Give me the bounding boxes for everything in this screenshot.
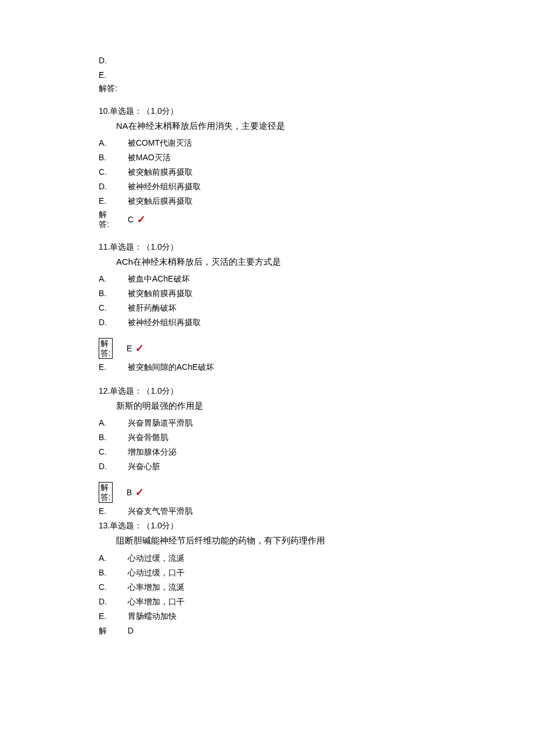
check-icon: ✓ <box>135 343 144 354</box>
option-letter: D. <box>99 181 128 193</box>
option-text: 胃肠蠕动加快 <box>128 610 534 622</box>
option-text: 被神经外组织再摄取 <box>128 316 534 329</box>
option-text: 被突触前膜再摄取 <box>128 166 534 178</box>
q11-option-b: B.被突触前膜再摄取 <box>99 287 534 300</box>
option-text: 被神经外组织再摄取 <box>128 181 534 193</box>
option-text: 心率增加，口干 <box>128 596 534 608</box>
option-text: 兴奋支气管平滑肌 <box>128 505 534 517</box>
option-text: 兴奋心脏 <box>128 460 534 473</box>
option-letter: E. <box>99 361 128 373</box>
answer-label: 解答: <box>99 210 128 229</box>
option-letter: A. <box>99 417 128 429</box>
check-icon: ✓ <box>137 214 146 225</box>
q10-option-d: D.被神经外组织再摄取 <box>99 181 534 193</box>
q13-option-a: A.心动过缓，流涎 <box>99 552 534 564</box>
q13-option-d: D.心率增加，口干 <box>99 596 534 608</box>
option-letter: A. <box>99 552 128 564</box>
partial-option-d: D. <box>99 55 534 67</box>
q11-header: 11.单选题：（1.0分） <box>99 241 534 253</box>
partial-option-e: E. <box>99 69 534 81</box>
q11-answer-row: 解答: E ✓ <box>99 338 534 359</box>
answer-label: 解答: <box>99 84 128 93</box>
q11-option-a: A.被血中AChE破坏 <box>99 273 534 285</box>
answer-value: C <box>128 214 134 226</box>
q12-header: 12.单选题：（1.0分） <box>99 385 534 397</box>
q12-option-c: C.增加腺体分泌 <box>99 446 534 458</box>
option-letter: B. <box>99 431 128 444</box>
answer-value: E <box>127 343 132 355</box>
option-letter: D. <box>99 316 128 329</box>
q13-option-c: C.心率增加，流涎 <box>99 581 534 593</box>
q12-stem: 新斯的明最强的作用是 <box>116 399 534 413</box>
q12-answer-row: 解答: B ✓ <box>99 482 534 503</box>
q11-option-d: D.被神经外组织再摄取 <box>99 316 534 329</box>
q10-answer-row: 解答: C ✓ <box>99 210 534 229</box>
option-text: 被血中AChE破坏 <box>128 273 534 285</box>
q13-stem: 阻断胆碱能神经节后纤维功能的药物，有下列药理作用 <box>116 534 534 548</box>
q11-option-c: C.被肝药酶破坏 <box>99 302 534 314</box>
option-letter: B. <box>99 567 128 579</box>
option-letter: D. <box>99 596 128 608</box>
option-letter: C. <box>99 446 128 458</box>
q10-option-c: C.被突触前膜再摄取 <box>99 166 534 178</box>
partial-answer-row: 解答: <box>99 84 534 93</box>
option-letter: C. <box>99 581 128 593</box>
answer-label: 解答: <box>99 482 113 503</box>
q13-answer-row: 解 D <box>99 625 534 637</box>
q12-option-a: A.兴奋胃肠道平滑肌 <box>99 417 534 429</box>
answer-label: 解答: <box>99 338 113 359</box>
q12-option-b: B.兴奋骨骼肌 <box>99 431 534 444</box>
option-letter: A. <box>99 273 128 285</box>
answer-value: D <box>128 625 534 637</box>
option-text: 被突触间隙的AChE破坏 <box>128 361 534 373</box>
option-letter: B. <box>99 287 128 300</box>
option-letter: E. <box>99 195 128 207</box>
option-letter: D. <box>99 55 128 67</box>
option-letter: A. <box>99 137 128 149</box>
q10-option-b: B.被MAO灭活 <box>99 152 534 164</box>
option-letter: D. <box>99 460 128 473</box>
q11-option-e: E.被突触间隙的AChE破坏 <box>99 361 534 373</box>
option-text: 被COMT代谢灭活 <box>128 137 534 149</box>
option-letter: B. <box>99 152 128 164</box>
option-text: 心动过缓，口干 <box>128 567 534 579</box>
q11-stem: ACh在神经末梢释放后，灭活的主要方式是 <box>116 255 534 269</box>
option-text: 被突触后膜再摄取 <box>128 195 534 207</box>
option-letter: C. <box>99 166 128 178</box>
q12-option-d: D.兴奋心脏 <box>99 460 534 473</box>
option-letter: E. <box>99 610 128 622</box>
option-letter: E. <box>99 69 128 81</box>
option-letter: E. <box>99 505 128 517</box>
answer-label: 解 <box>99 625 128 637</box>
option-letter: C. <box>99 302 128 314</box>
q10-header: 10.单选题：（1.0分） <box>99 105 534 117</box>
answer-value: B <box>127 487 132 499</box>
q13-option-e: E.胃肠蠕动加快 <box>99 610 534 622</box>
option-text: 增加腺体分泌 <box>128 446 534 458</box>
option-text: 心动过缓，流涎 <box>128 552 534 564</box>
option-text: 兴奋骨骼肌 <box>128 431 534 444</box>
option-text: 被MAO灭活 <box>128 152 534 164</box>
option-text: 被突触前膜再摄取 <box>128 287 534 300</box>
q10-option-e: E.被突触后膜再摄取 <box>99 195 534 207</box>
q12-option-e: E.兴奋支气管平滑肌 <box>99 505 534 517</box>
option-text: 兴奋胃肠道平滑肌 <box>128 417 534 429</box>
q13-header: 13.单选题：（1.0分） <box>99 520 534 532</box>
option-text: 心率增加，流涎 <box>128 581 534 593</box>
check-icon: ✓ <box>135 487 144 498</box>
option-text: 被肝药酶破坏 <box>128 302 534 314</box>
q10-stem: NA在神经末梢释放后作用消失，主要途径是 <box>116 120 534 133</box>
q13-option-b: B.心动过缓，口干 <box>99 567 534 579</box>
q10-option-a: A.被COMT代谢灭活 <box>99 137 534 149</box>
